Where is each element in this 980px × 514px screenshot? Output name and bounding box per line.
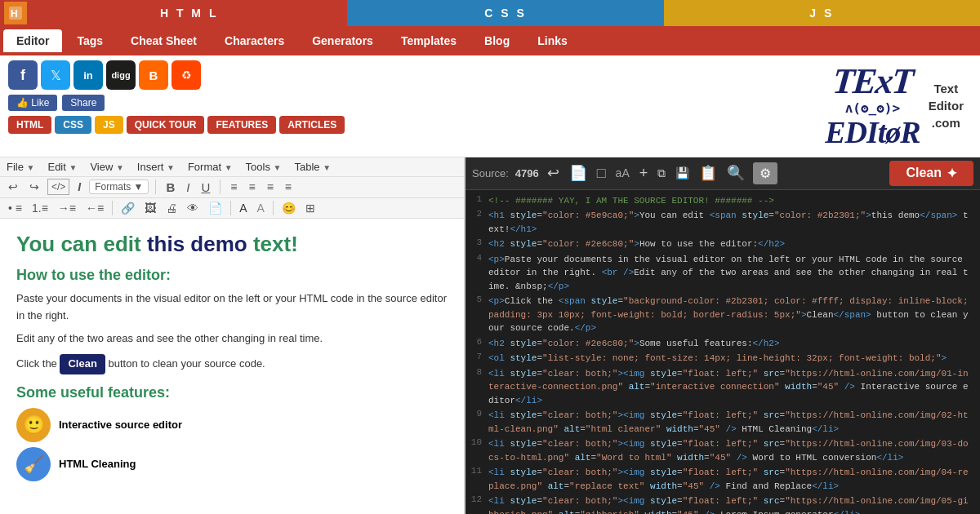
blogger-icon[interactable]: B bbox=[139, 60, 168, 90]
indent-button[interactable]: →≡ bbox=[55, 200, 79, 216]
tab-tags[interactable]: Tags bbox=[64, 29, 116, 52]
settings-button[interactable]: ⚙ bbox=[753, 162, 777, 184]
pill-features[interactable]: FEATURES bbox=[207, 116, 276, 134]
table-button[interactable]: ⊞ bbox=[302, 200, 318, 216]
header-area: f 𝕏 in digg B ♻ 👍 Like Share HTML CSS JS… bbox=[0, 55, 980, 157]
menu-table[interactable]: Table ▼ bbox=[291, 159, 334, 175]
outdent-button[interactable]: ←≡ bbox=[82, 200, 107, 216]
facebook-icon[interactable]: f bbox=[8, 60, 38, 90]
title-part1: You can edit bbox=[16, 232, 147, 256]
separator-1 bbox=[155, 179, 156, 194]
logo-area: TExT ʌ(ʘ_ʘ)> EDItøR Text Editor .com bbox=[808, 55, 980, 157]
para-3: Click the Clean button to clean your sou… bbox=[16, 354, 448, 374]
logo-icon: H bbox=[4, 2, 27, 24]
code-line-3: 3 <h2 style="color: #2e6c80;">How to use… bbox=[466, 237, 980, 252]
ordered-list-button[interactable]: 1.≡ bbox=[29, 200, 51, 216]
editor-content-area[interactable]: You can edit this demo text! How to use … bbox=[0, 219, 464, 514]
menu-format[interactable]: Format ▼ bbox=[185, 159, 236, 175]
italic-button-2[interactable]: I bbox=[183, 179, 193, 196]
undo-button[interactable]: ↩ bbox=[5, 179, 21, 195]
title-part3: text! bbox=[253, 232, 298, 256]
tab-templates[interactable]: Templates bbox=[388, 29, 470, 52]
clipboard-icon[interactable]: 📋 bbox=[697, 162, 719, 184]
editor-toolbar-2: ↩ ↪ </> I Formats ▼ B I U ≡ ≡ ≡ ≡ bbox=[0, 177, 464, 198]
pill-css[interactable]: CSS bbox=[55, 116, 91, 134]
clean-button[interactable]: Clean ✦ bbox=[889, 161, 973, 186]
print-button[interactable]: 🖨 bbox=[163, 200, 180, 216]
pill-html[interactable]: HTML bbox=[8, 116, 51, 134]
top-nav-js[interactable]: J S bbox=[664, 0, 980, 26]
tab-links[interactable]: Links bbox=[524, 29, 581, 52]
top-nav-html[interactable]: H T M L bbox=[31, 0, 347, 26]
align-center-button[interactable]: ≡ bbox=[246, 179, 259, 195]
tab-generators[interactable]: Generators bbox=[299, 29, 386, 52]
separator-5 bbox=[273, 201, 274, 215]
code-line-2: 2 <h1 style="color: #5e9ca0;">You can ed… bbox=[466, 208, 980, 237]
logo-text-sub2: EDItøR bbox=[825, 116, 920, 150]
logo-area: H bbox=[0, 0, 31, 26]
logo-tagline: Text Editor .com bbox=[929, 80, 964, 131]
tab-blog[interactable]: Blog bbox=[471, 29, 523, 52]
twitter-icon[interactable]: 𝕏 bbox=[41, 60, 70, 90]
header-left: f 𝕏 in digg B ♻ 👍 Like Share HTML CSS JS… bbox=[0, 55, 808, 157]
tab-characters[interactable]: Characters bbox=[212, 29, 297, 52]
find-icon[interactable]: 🔍 bbox=[725, 162, 746, 184]
add-icon[interactable]: + bbox=[638, 163, 650, 184]
font-color-button[interactable]: A bbox=[236, 200, 250, 216]
template-button[interactable]: 📄 bbox=[205, 200, 225, 216]
doc-icon[interactable]: □ bbox=[595, 163, 608, 184]
share-button[interactable]: Share bbox=[62, 95, 105, 111]
unordered-list-button[interactable]: • ≡ bbox=[5, 200, 25, 216]
link-button[interactable]: 🔗 bbox=[118, 200, 138, 216]
formats-dropdown[interactable]: Formats ▼ bbox=[89, 179, 149, 194]
reddit-icon[interactable]: ♻ bbox=[172, 60, 201, 90]
code-line-11: 11 <li style="clear: both;"><img style="… bbox=[466, 465, 980, 494]
left-editor-panel: File ▼ Edit ▼ View ▼ Insert ▼ Format ▼ T… bbox=[0, 157, 466, 514]
font-size-icon[interactable]: aA bbox=[614, 165, 631, 181]
redo-button[interactable]: ↪ bbox=[26, 179, 42, 195]
italic-button[interactable]: I bbox=[74, 179, 84, 195]
like-row: 👍 Like Share bbox=[8, 95, 800, 111]
menu-tools[interactable]: Tools ▼ bbox=[243, 159, 285, 175]
menu-view[interactable]: View ▼ bbox=[87, 159, 127, 175]
source-button[interactable]: </> bbox=[47, 179, 69, 195]
source-code-area[interactable]: 1 <!-- ####### YAY, I AM THE SOURCE EDIT… bbox=[466, 190, 980, 514]
para-2: Edit any of the two areas and see the ot… bbox=[16, 330, 448, 348]
preview-button[interactable]: 👁 bbox=[184, 200, 202, 216]
file-icon[interactable]: 📄 bbox=[568, 162, 589, 184]
align-right-button[interactable]: ≡ bbox=[264, 179, 277, 195]
pill-js[interactable]: JS bbox=[95, 116, 123, 134]
editor-toolbar-3: • ≡ 1.≡ →≡ ←≡ 🔗 🖼 🖨 👁 📄 A A 😊 ⊞ bbox=[0, 198, 464, 219]
right-source-panel: Source: 4796 ↩ 📄 □ aA + ⧉ 💾 📋 🔍 ⚙ Clean … bbox=[466, 157, 980, 514]
code-line-4: 4 <p>Paste your documents in the visual … bbox=[466, 252, 980, 295]
digg-icon[interactable]: digg bbox=[106, 60, 136, 90]
title-part2: this demo bbox=[147, 232, 247, 256]
menu-file[interactable]: File ▼ bbox=[3, 159, 38, 175]
copy-icon[interactable]: ⧉ bbox=[656, 165, 667, 182]
pill-quick-tour[interactable]: QUICK TOUR bbox=[127, 116, 205, 134]
tab-cheat-sheet[interactable]: Cheat Sheet bbox=[118, 29, 210, 52]
top-header: H H T M L C S S J S bbox=[0, 0, 980, 26]
bold-button[interactable]: B bbox=[163, 179, 178, 196]
align-left-button[interactable]: ≡ bbox=[227, 179, 240, 195]
code-line-8: 8 <li style="clear: both;"><img style="f… bbox=[466, 366, 980, 409]
linkedin-icon[interactable]: in bbox=[74, 60, 103, 90]
underline-button[interactable]: U bbox=[198, 179, 213, 196]
undo-source-icon[interactable]: ↩ bbox=[546, 162, 561, 184]
code-line-6: 6 <h2 style="color: #2e6c80;">Some usefu… bbox=[466, 336, 980, 352]
save-icon[interactable]: 💾 bbox=[674, 165, 691, 181]
pill-articles[interactable]: ARTICLES bbox=[279, 116, 345, 134]
top-nav-css[interactable]: C S S bbox=[347, 0, 663, 26]
tab-editor[interactable]: Editor bbox=[3, 29, 62, 52]
separator-3 bbox=[112, 201, 113, 215]
tab-bar: Editor Tags Cheat Sheet Characters Gener… bbox=[0, 26, 980, 55]
align-justify-button[interactable]: ≡ bbox=[282, 179, 295, 195]
menu-edit[interactable]: Edit ▼ bbox=[44, 159, 80, 175]
font-color-2-button[interactable]: A bbox=[254, 200, 268, 216]
like-button[interactable]: 👍 Like bbox=[8, 95, 57, 111]
image-button[interactable]: 🖼 bbox=[141, 200, 159, 216]
emoji-button[interactable]: 😊 bbox=[278, 200, 299, 216]
clean-badge: Clean bbox=[60, 354, 105, 374]
separator-2 bbox=[220, 179, 220, 194]
menu-insert[interactable]: Insert ▼ bbox=[134, 159, 178, 175]
